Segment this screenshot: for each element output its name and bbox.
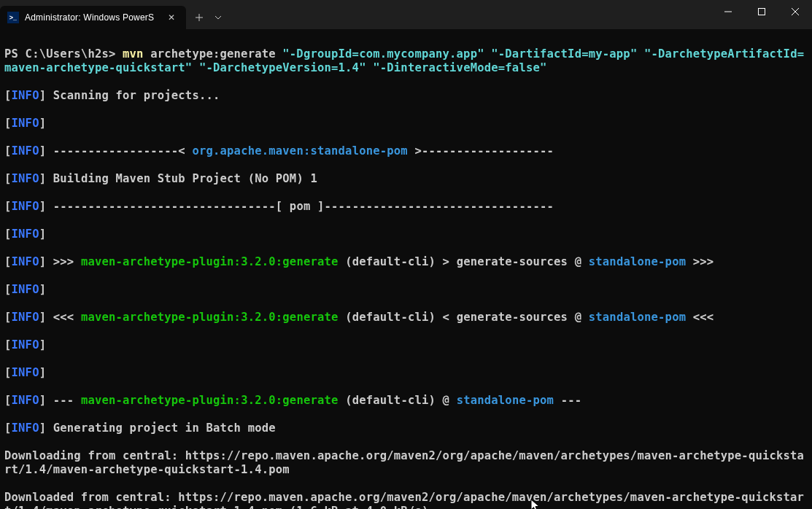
terminal-output[interactable]: PS C:\Users\h2s> mvn archetype:generate … bbox=[0, 29, 812, 509]
powershell-icon: >_ bbox=[7, 12, 19, 23]
output-line: [INFO] Building Maven Stub Project (No P… bbox=[4, 172, 808, 186]
maximize-button[interactable] bbox=[745, 0, 778, 23]
output-line: [INFO] --- maven-archetype-plugin:3.2.0:… bbox=[4, 394, 808, 408]
output-line: Downloading from central: https://repo.m… bbox=[4, 449, 808, 477]
active-tab[interactable]: >_ Administrator: Windows PowerS ✕ bbox=[0, 6, 186, 29]
output-line: [INFO] bbox=[4, 283, 808, 297]
command-line: PS C:\Users\h2s> mvn archetype:generate … bbox=[4, 47, 808, 75]
output-line: [INFO] bbox=[4, 117, 808, 131]
titlebar: >_ Administrator: Windows PowerS ✕ bbox=[0, 0, 812, 29]
output-line: [INFO] >>> maven-archetype-plugin:3.2.0:… bbox=[4, 255, 808, 269]
output-line: [INFO] ------------------< org.apache.ma… bbox=[4, 144, 808, 158]
close-window-button[interactable] bbox=[778, 0, 812, 23]
svg-rect-0 bbox=[759, 9, 765, 15]
tab-title: Administrator: Windows PowerS bbox=[25, 11, 154, 25]
output-line: Downloaded from central: https://repo.ma… bbox=[4, 491, 808, 509]
output-line: [INFO] bbox=[4, 338, 808, 352]
tab-actions bbox=[186, 6, 227, 29]
close-tab-button[interactable]: ✕ bbox=[163, 9, 180, 26]
minimize-button[interactable] bbox=[711, 0, 745, 23]
output-line: [INFO] Generating project in Batch mode bbox=[4, 421, 808, 435]
output-line: [INFO] --------------------------------[… bbox=[4, 200, 808, 214]
output-line: [INFO] <<< maven-archetype-plugin:3.2.0:… bbox=[4, 311, 808, 325]
new-tab-button[interactable] bbox=[190, 9, 208, 26]
output-line: [INFO] Scanning for projects... bbox=[4, 89, 808, 103]
window-controls bbox=[711, 0, 812, 23]
tab-dropdown-button[interactable] bbox=[209, 9, 227, 26]
output-line: [INFO] bbox=[4, 366, 808, 380]
output-line: [INFO] bbox=[4, 228, 808, 241]
